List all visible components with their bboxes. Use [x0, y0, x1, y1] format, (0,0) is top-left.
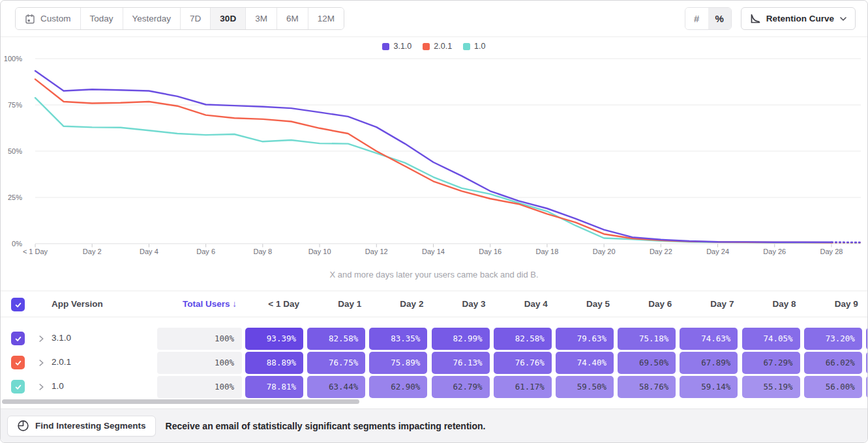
expand-chevron-icon[interactable] — [38, 359, 44, 367]
retention-cell[interactable]: 67.29% — [742, 352, 800, 374]
row-checkbox[interactable] — [11, 380, 25, 393]
value-mode-toggle: # % — [685, 7, 732, 30]
percent-mode-button[interactable]: % — [708, 8, 731, 29]
column-header-day: Day 1 — [307, 291, 361, 317]
row-checkbox[interactable] — [11, 356, 25, 369]
date-range-label: 30D — [220, 14, 236, 23]
retention-cell[interactable]: 62.79% — [432, 376, 490, 398]
legend-item[interactable]: 2.0.1 — [423, 42, 452, 51]
retention-cell[interactable]: 79.63% — [556, 328, 614, 350]
retention-cell[interactable]: 82.99% — [432, 328, 490, 350]
series-line-1.0[interactable] — [35, 98, 831, 242]
retention-cell[interactable]: 69.50% — [618, 352, 676, 374]
retention-table: App Version Total Users ↓ < 1 DayDay 1Da… — [1, 291, 867, 408]
row-checkbox[interactable] — [11, 332, 25, 345]
retention-cell[interactable]: 78.81% — [245, 376, 303, 398]
retention-cell[interactable]: 63.44% — [307, 376, 365, 398]
chart-type-dropdown[interactable]: Retention Curve — [741, 7, 856, 30]
column-header-day: Day 2 — [369, 291, 423, 317]
retention-cell[interactable]: 88.89% — [245, 352, 303, 374]
retention-cell[interactable]: 82.58% — [494, 328, 552, 350]
select-all-checkbox[interactable] — [11, 298, 25, 311]
retention-cell[interactable]: 76.13% — [432, 352, 490, 374]
legend-item[interactable]: 3.1.0 — [382, 42, 412, 51]
retention-cell-clipped[interactable] — [866, 352, 867, 374]
date-range-custom[interactable]: Custom — [16, 8, 80, 29]
expand-chevron-icon[interactable] — [38, 383, 44, 391]
date-range-yesterday[interactable]: Yesterday — [123, 8, 181, 29]
series-line-3.1.0[interactable] — [35, 71, 831, 242]
app-version-label: 3.1.0 — [52, 333, 71, 343]
total-users-cell: 100% — [157, 376, 242, 398]
x-axis-label: Day 8 — [253, 248, 272, 255]
x-axis-label: Day 24 — [706, 248, 729, 255]
table-row: 1.0100%78.81%63.44%62.90%62.79%61.17%59.… — [1, 376, 867, 398]
legend-swatch — [382, 43, 389, 50]
retention-cell[interactable]: 66.02% — [804, 352, 862, 374]
retention-cell[interactable]: 76.76% — [494, 352, 552, 374]
footer-message: Receive an email of statistically signif… — [166, 421, 486, 431]
footer-bar: Find Interesting Segments Receive an ema… — [1, 408, 867, 442]
x-axis-label: Day 2 — [83, 248, 102, 255]
number-mode-button[interactable]: # — [685, 8, 708, 29]
retention-cell[interactable]: 74.40% — [556, 352, 614, 374]
x-axis-label: Day 4 — [140, 248, 158, 255]
date-range-label: Yesterday — [132, 14, 172, 23]
date-range-3m[interactable]: 3M — [245, 8, 277, 29]
date-range-label: 3M — [255, 14, 267, 23]
y-axis-label: 75% — [8, 101, 22, 109]
legend-swatch — [463, 43, 470, 50]
x-axis-label: < 1 Day — [23, 248, 48, 255]
chart-type-label: Retention Curve — [766, 14, 834, 23]
x-axis-label: Day 12 — [365, 248, 388, 255]
column-header-day: < 1 Day — [245, 291, 299, 317]
retention-cell[interactable]: 76.75% — [307, 352, 365, 374]
date-range-30d[interactable]: 30D — [210, 8, 245, 29]
retention-cell[interactable]: 75.18% — [618, 328, 676, 350]
legend-item[interactable]: 1.0 — [463, 42, 485, 51]
retention-cell-clipped[interactable] — [866, 376, 867, 398]
date-range-7d[interactable]: 7D — [180, 8, 210, 29]
series-line-2.0.1[interactable] — [35, 79, 831, 243]
column-header-day: Day 6 — [618, 291, 672, 317]
column-header-day: Day 7 — [680, 291, 734, 317]
retention-cell[interactable]: 55.19% — [742, 376, 800, 398]
retention-cell[interactable]: 83.35% — [369, 328, 427, 350]
date-range-label: 7D — [190, 14, 201, 23]
retention-cell[interactable]: 82.58% — [307, 328, 365, 350]
date-range-today[interactable]: Today — [80, 8, 123, 29]
total-users-cell: 100% — [157, 352, 242, 374]
date-range-6m[interactable]: 6M — [277, 8, 308, 29]
column-header-day: Day 3 — [432, 291, 486, 317]
retention-cell[interactable]: 75.89% — [369, 352, 427, 374]
sort-descending-icon: ↓ — [232, 299, 237, 309]
retention-cell[interactable]: 56.00% — [804, 376, 862, 398]
date-range-label: 6M — [286, 14, 299, 23]
retention-cell[interactable]: 62.90% — [369, 376, 427, 398]
find-interesting-segments-button[interactable]: Find Interesting Segments — [7, 416, 156, 436]
retention-chart[interactable]: 0%25%50%75%100%< 1 DayDay 2Day 4Day 6Day… — [1, 55, 868, 265]
retention-cell[interactable]: 58.76% — [618, 376, 676, 398]
retention-cell-clipped[interactable] — [866, 328, 867, 350]
column-header-app-version: App Version — [52, 291, 103, 317]
column-header-day: Day 8 — [742, 291, 796, 317]
column-header-day: Day 9 — [804, 291, 858, 317]
column-header-total-users[interactable]: Total Users ↓ — [157, 291, 237, 317]
retention-cell[interactable]: 93.39% — [245, 328, 303, 350]
horizontal-scrollbar[interactable] — [2, 399, 359, 404]
date-range-12m[interactable]: 12M — [308, 8, 344, 29]
retention-cell[interactable]: 59.14% — [680, 376, 738, 398]
retention-cell[interactable]: 74.05% — [742, 328, 800, 350]
expand-chevron-icon[interactable] — [38, 335, 44, 343]
retention-cell[interactable]: 67.89% — [680, 352, 738, 374]
x-axis-label: Day 16 — [479, 248, 501, 255]
x-axis-label: Day 6 — [196, 248, 215, 255]
retention-cell[interactable]: 73.20% — [804, 328, 862, 350]
y-axis-label: 50% — [8, 147, 22, 155]
table-header: App Version Total Users ↓ < 1 DayDay 1Da… — [1, 291, 867, 317]
chart-section: 3.1.02.0.11.0 0%25%50%75%100%< 1 DayDay … — [1, 37, 867, 291]
retention-cell[interactable]: 59.50% — [556, 376, 614, 398]
retention-cell[interactable]: 61.17% — [494, 376, 552, 398]
retention-cell[interactable]: 74.63% — [680, 328, 738, 350]
app-version-label: 1.0 — [52, 381, 64, 391]
